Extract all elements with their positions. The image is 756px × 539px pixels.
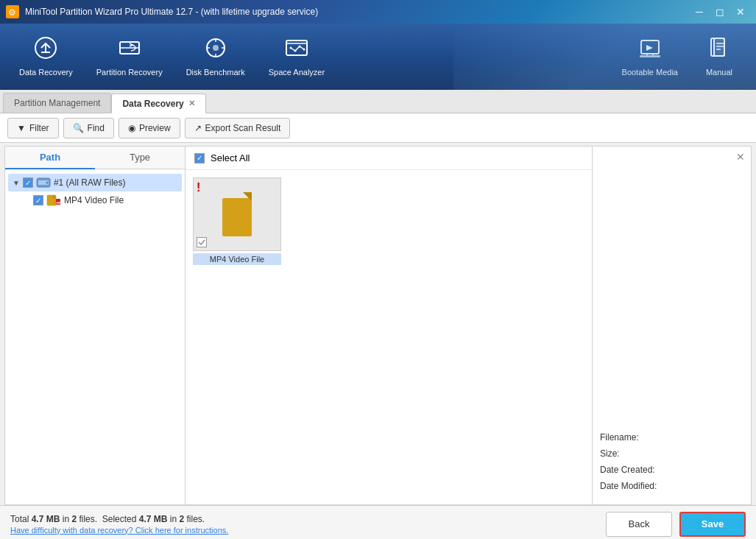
middle-panel: Select All ! MP4 Video File [186,147,593,504]
title-bar-left: ⚙ MiniTool Partition Wizard Pro Ultimate… [6,5,318,18]
bottom-info: Total 4.7 MB in 2 files. Selected 4.7 MB… [10,514,228,524]
tree-root-item[interactable]: ▼ #1 (All RAW Files) [8,174,182,191]
svg-point-7 [289,46,292,49]
disk-benchmark-icon [204,36,227,63]
data-recovery-icon [34,36,57,63]
filter-button[interactable]: ▼ Filter [7,118,59,138]
mp4-file-icon-small: MP4 [46,194,61,206]
title-bar: ⚙ MiniTool Partition Wizard Pro Ultimate… [0,0,756,24]
date-modified-label: Date Modified: [600,481,657,491]
files-grid: ! MP4 Video File [186,170,592,504]
svg-point-5 [213,45,219,51]
size-label: Size: [600,448,620,459]
date-created-row: Date Created: [600,465,743,475]
toolbar: Data Recovery Partition Recovery Disk Be… [0,24,756,90]
file-checkbox-overlay[interactable] [197,237,207,247]
path-tab[interactable]: Path [5,147,95,169]
svg-text:MP4: MP4 [57,201,62,205]
help-link[interactable]: Have difficulty with data recovery? Clic… [10,526,228,535]
svg-point-17 [46,182,48,184]
drive-icon [36,177,51,189]
svg-text:⚙: ⚙ [8,7,16,18]
type-tab[interactable]: Type [95,147,185,169]
toolbar-item-data-recovery[interactable]: Data Recovery [7,27,85,86]
toolbar-item-partition-recovery[interactable]: Partition Recovery [85,27,174,86]
action-bar: ▼ Filter 🔍 Find ◉ Preview ↗ Export Scan … [0,113,756,143]
bottom-left: Total 4.7 MB in 2 files. Selected 4.7 MB… [10,514,228,535]
title-bar-controls: ─ ◻ ✕ [690,4,750,20]
toolbar-right: Bootable Media Manual [610,27,749,86]
svg-point-8 [294,49,296,52]
filename-row: Filename: [600,432,743,443]
tree-mp4-label: MP4 Video File [64,195,124,205]
svg-rect-12 [640,55,660,57]
right-panel: ✕ Filename: Size: Date Created: Date Mod… [593,147,751,504]
app-icon: ⚙ [6,5,19,18]
find-button[interactable]: 🔍 Find [63,118,114,138]
svg-point-9 [298,45,300,47]
app-title: MiniTool Partition Wizard Pro Ultimate 1… [25,7,318,17]
toolbar-item-bootable-media[interactable]: Bootable Media [610,27,690,86]
tab-partition-management[interactable]: Partition Management [3,93,111,113]
manual-icon [707,36,731,63]
select-all-checkbox[interactable] [194,153,205,163]
tab-bar: Partition Management Data Recovery ✕ [0,90,756,113]
file-thumbnail[interactable]: ! MP4 Video File [193,177,281,265]
tree-child-area: MP4 MP4 Video File [8,191,182,209]
space-analyzer-label: Space Analyzer [269,68,325,77]
maximize-button[interactable]: ◻ [710,4,729,20]
left-panel: Path Type ▼ #1 (All RAW Files) [5,147,186,504]
select-all-label: Select All [211,152,250,163]
preview-icon: ◉ [128,123,135,133]
bottom-bar: Total 4.7 MB in 2 files. Selected 4.7 MB… [0,505,756,539]
export-button[interactable]: ↗ Export Scan Result [185,118,291,138]
tree-area: ▼ #1 (All RAW Files) MP4 [5,169,185,504]
save-button[interactable]: Save [679,512,746,537]
close-button[interactable]: ✕ [731,4,750,20]
path-type-tabs: Path Type [5,147,185,169]
manual-label: Manual [706,68,732,77]
export-label: Export Scan Result [205,123,281,133]
toolbar-item-disk-benchmark[interactable]: Disk Benchmark [174,27,257,86]
path-tab-label: Path [40,152,60,163]
svg-rect-14 [714,38,724,56]
filter-label: Filter [29,123,49,133]
disk-benchmark-label: Disk Benchmark [186,68,245,77]
find-icon: 🔍 [73,123,84,133]
partition-recovery-icon [118,36,141,63]
panel-close-icon[interactable]: ✕ [736,151,745,163]
tree-chevron-icon: ▼ [13,179,20,187]
svg-point-10 [303,48,305,50]
toolbar-item-manual[interactable]: Manual [690,27,749,86]
minimize-button[interactable]: ─ [690,4,709,20]
find-label: Find [88,123,105,133]
tab-close-icon[interactable]: ✕ [188,99,195,108]
svg-rect-18 [47,195,56,205]
partition-management-tab-label: Partition Management [14,98,100,108]
toolbar-item-space-analyzer[interactable]: Space Analyzer [257,27,336,86]
partition-recovery-label: Partition Recovery [96,68,163,77]
preview-button[interactable]: ◉ Preview [119,118,180,138]
date-modified-row: Date Modified: [600,481,743,491]
select-all-row: Select All [186,147,592,170]
filter-icon: ▼ [17,123,26,133]
tab-data-recovery[interactable]: Data Recovery ✕ [111,94,205,113]
space-analyzer-icon [285,36,308,63]
tree-root-checkbox[interactable] [23,177,33,188]
bootable-media-label: Bootable Media [622,68,678,77]
mp4-icon [219,192,255,236]
preview-label: Preview [139,123,171,133]
file-thumb-image: ! [193,177,281,251]
back-button[interactable]: Back [606,512,672,537]
tree-mp4-item[interactable]: MP4 MP4 Video File [29,191,182,209]
tree-mp4-checkbox[interactable] [33,195,43,205]
error-badge: ! [197,181,200,194]
data-recovery-tab-label: Data Recovery [122,99,183,109]
mp4-icon-body [222,198,252,236]
main-content: Path Type ▼ #1 (All RAW Files) [4,146,752,505]
file-info: Filename: Size: Date Created: Date Modif… [600,418,743,497]
date-created-label: Date Created: [600,465,655,475]
export-icon: ↗ [194,123,202,133]
svg-rect-6 [286,40,307,55]
bootable-media-icon [638,36,662,63]
